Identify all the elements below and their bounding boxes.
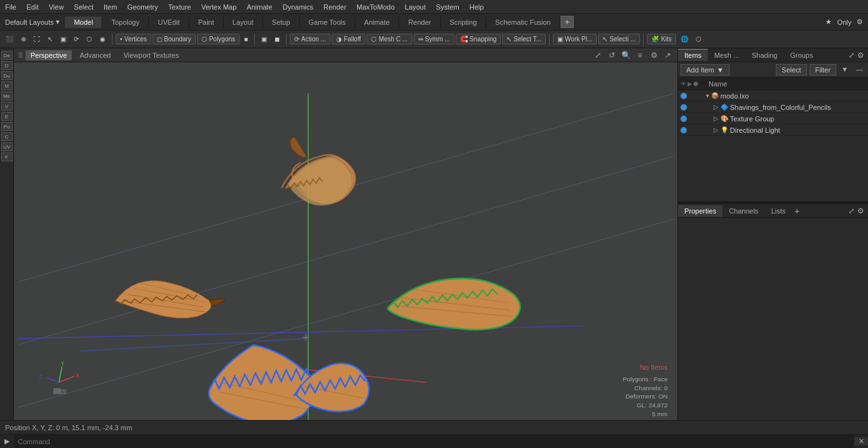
layout-tab-scripting[interactable]: Scripting (441, 17, 487, 28)
layout-tab-model[interactable]: Model (65, 17, 102, 28)
vp-tab-perspective[interactable]: Perspective (25, 50, 72, 60)
menu-layout[interactable]: Layout (400, 2, 431, 12)
layout-settings-icon[interactable]: ⚙ (857, 18, 863, 26)
toolbar-mode-5[interactable]: ▣ (57, 34, 69, 44)
menu-select[interactable]: Select (69, 2, 98, 12)
menu-dynamics[interactable]: Dynamics (278, 2, 318, 12)
menu-help[interactable]: Help (465, 2, 489, 12)
sidebar-btn-mesh[interactable]: Me (1, 92, 13, 100)
sidebar-btn-dup[interactable]: Du (1, 71, 13, 80)
menu-file[interactable]: File (0, 2, 22, 12)
props-add-button[interactable]: + (794, 206, 799, 216)
toolbar-mode-2[interactable]: ⊕ (18, 34, 29, 44)
layout-tab-setup[interactable]: Setup (263, 17, 300, 28)
layout-tab-paint[interactable]: Paint (189, 17, 224, 28)
tab-groups[interactable]: Groups (783, 50, 819, 61)
list-item-texgroup[interactable]: ▷ 🎨 Texture Group (678, 113, 868, 125)
kits-button[interactable]: 🧩 Kits (647, 34, 676, 44)
layout-tab-layout[interactable]: Layout (224, 17, 263, 28)
selection-button[interactable]: ↖ Selecti ... (598, 34, 640, 44)
layout-tab-animate[interactable]: Animate (355, 17, 399, 28)
snapping-button[interactable]: 🧲 Snapping (456, 34, 501, 44)
workplane-button[interactable]: ▣ Work Pl... (553, 34, 597, 44)
vp-ctrl-grid[interactable]: ≡ (634, 50, 646, 61)
viewport-menu-dots[interactable]: ☰ (18, 52, 23, 58)
layout-tab-render[interactable]: Render (399, 17, 440, 28)
props-expand-icon[interactable]: ⤢ (848, 207, 855, 215)
canvas-area[interactable]: No Items Polygons : Face Channels: 0 Def… (14, 62, 677, 420)
vp-ctrl-settings[interactable]: ⚙ (648, 50, 660, 61)
sidebar-btn-uv[interactable]: UV (1, 142, 13, 151)
sidebar-btn-1[interactable]: De (1, 51, 13, 60)
select-button[interactable]: Select (776, 64, 807, 76)
list-item-shavings[interactable]: ▷ 🔷 Shavings_from_Colorful_Pencils (678, 102, 868, 113)
polygons-button[interactable]: ⬡ Polygons (197, 34, 240, 44)
item-eye-modo[interactable] (681, 93, 687, 99)
menu-render[interactable]: Render (318, 2, 351, 12)
sidebar-btn-m[interactable]: M (1, 81, 13, 90)
vertices-button[interactable]: • Vertices (116, 34, 151, 44)
list-item-modo[interactable]: ▾ 📦 modo.lxo (678, 90, 868, 102)
action-button[interactable]: ⟳ Action ... (290, 34, 330, 44)
toolbar-mode-a[interactable]: ▣ (258, 34, 270, 44)
tab-channels[interactable]: Channels (722, 205, 764, 217)
tab-properties[interactable]: Properties (678, 205, 722, 217)
menu-animate[interactable]: Animate (241, 2, 277, 12)
sidebar-btn-poly[interactable]: Po (1, 122, 13, 131)
toolbar-mode-3[interactable]: ⛶ (31, 34, 43, 44)
sidebar-btn-e[interactable]: E (1, 112, 13, 121)
item-eye-shavings[interactable] (681, 104, 687, 111)
item-eye-texgroup[interactable] (681, 116, 687, 122)
menu-vertexmap[interactable]: Vertex Map (196, 2, 242, 12)
menu-edit[interactable]: Edit (22, 2, 44, 12)
toolbar-mode-4[interactable]: ↖ (44, 34, 56, 44)
items-minus-btn[interactable]: — (853, 64, 865, 76)
sidebar-btn-f[interactable]: F (1, 153, 13, 161)
menu-system[interactable]: System (431, 2, 465, 12)
cmd-arrow-button[interactable]: ▶ (0, 437, 14, 445)
toolbar-mode-b[interactable]: ◼ (271, 34, 283, 44)
menu-geometry[interactable]: Geometry (122, 2, 163, 12)
tab-shading[interactable]: Shading (745, 50, 783, 61)
add-item-button[interactable]: Add Item ▼ (681, 64, 729, 76)
boundary-button[interactable]: ◻ Boundary (153, 34, 196, 44)
vp-ctrl-expand[interactable]: ↗ (662, 50, 674, 61)
layout-tab-gametools[interactable]: Game Tools (300, 17, 356, 28)
vp-tab-advanced[interactable]: Advanced (74, 50, 116, 60)
symm-button[interactable]: ⇔ Symm ... (414, 34, 454, 44)
vp-tab-textures[interactable]: Viewport Textures (118, 50, 184, 60)
item-eye-dirlight[interactable] (681, 127, 687, 133)
main-viewport[interactable]: ☰ Perspective Advanced Viewport Textures… (14, 48, 677, 420)
cmd-clear-button[interactable]: ✕ (854, 437, 868, 445)
filter-button[interactable]: Filter (810, 64, 836, 76)
tab-items[interactable]: Items (678, 49, 708, 61)
toolbar-mode-6[interactable]: ⟳ (71, 34, 82, 44)
menu-maxtomodo[interactable]: MaxToModo (351, 2, 400, 12)
select-tool-button[interactable]: ↖ Select T... (502, 34, 546, 44)
items-panel-expand[interactable]: ⤢ (848, 51, 855, 60)
menu-view[interactable]: View (44, 2, 69, 12)
menu-texture[interactable]: Texture (163, 2, 196, 12)
items-more-btn[interactable]: ▼ (839, 64, 851, 76)
list-item-dirlight[interactable]: ▷ 💡 Directional Light (678, 125, 868, 136)
tab-mesh[interactable]: Mesh ... (708, 50, 745, 61)
layout-default-dropdown[interactable]: Default Layouts ▾ (0, 16, 65, 28)
falloff-button[interactable]: ◑ Falloff (332, 34, 365, 44)
toolbar-mode-7[interactable]: ⬡ (83, 34, 95, 44)
vr-button[interactable]: ⬡ (693, 34, 705, 44)
toolbar-mode-1[interactable]: ⬛ (3, 34, 17, 44)
globe-button[interactable]: 🌐 (677, 34, 691, 44)
toolbar-mode-8[interactable]: ◉ (97, 34, 109, 44)
items-panel-settings[interactable]: ⚙ (857, 51, 864, 60)
add-layout-button[interactable]: + (560, 16, 574, 28)
layout-tab-uvedit[interactable]: UVEdit (149, 17, 189, 28)
tab-lists[interactable]: Lists (765, 205, 792, 217)
layout-tab-schematic[interactable]: Schematic Fusion (486, 17, 560, 28)
vp-ctrl-fit[interactable]: ⤢ (592, 50, 604, 61)
vp-ctrl-reset[interactable]: ↺ (606, 50, 618, 61)
command-input[interactable] (14, 435, 854, 448)
sidebar-btn-2[interactable]: D (1, 61, 13, 70)
sidebar-btn-v[interactable]: V (1, 102, 13, 111)
sidebar-btn-c[interactable]: C (1, 132, 13, 141)
toolbar-shape[interactable]: ■ (241, 34, 251, 44)
